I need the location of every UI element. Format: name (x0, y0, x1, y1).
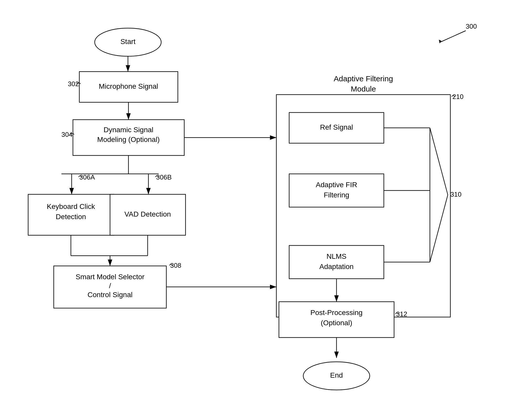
module-label2: Module (351, 85, 376, 93)
module-label1: Adaptive Filtering (334, 74, 393, 83)
dynamic-signal-label1: Dynamic Signal (104, 126, 154, 134)
start-label: Start (120, 38, 135, 46)
smart-model-label1: Smart Model Selector (75, 273, 144, 281)
adaptive-fir-label1: Adaptive FIR (316, 181, 357, 189)
dynamic-signal-label2: Modeling (Optional) (97, 136, 160, 143)
ref-306b: 306B (156, 173, 172, 181)
ref-210: 210 (452, 93, 463, 100)
ref-312: 312 (396, 310, 407, 318)
nlms-label1: NLMS (327, 252, 346, 260)
diagram-container: 300 Start Microphone Signal 302 Dynamic … (0, 0, 532, 415)
microphone-signal-label: Microphone Signal (99, 82, 158, 90)
smart-model-label3: Control Signal (88, 291, 133, 299)
ref-signal-label: Ref Signal (320, 123, 353, 131)
vad-detection-label: VAD Detection (124, 210, 171, 218)
nlms-box (289, 245, 384, 279)
ref-308: 308 (170, 262, 181, 269)
adaptive-fir-label2: Filtering (324, 191, 349, 199)
ref-310: 310 (450, 190, 461, 198)
adaptive-fir-box (289, 174, 384, 207)
nlms-label2: Adaptation (319, 263, 354, 271)
end-label: End (330, 371, 343, 379)
ref-300-label: 300 (466, 23, 477, 30)
smart-model-label2: / (109, 282, 111, 290)
keyboard-click-label2: Detection (56, 213, 86, 221)
keyboard-click-label1: Keyboard Click (47, 203, 95, 210)
post-processing-label1: Post-Processing (310, 309, 363, 317)
post-processing-label2: (Optional) (321, 319, 352, 327)
ref-302: 302 (68, 80, 79, 88)
ref-304: 304 (61, 131, 72, 138)
svg-line-2 (440, 31, 466, 42)
ref-306a: 306A (79, 173, 95, 181)
